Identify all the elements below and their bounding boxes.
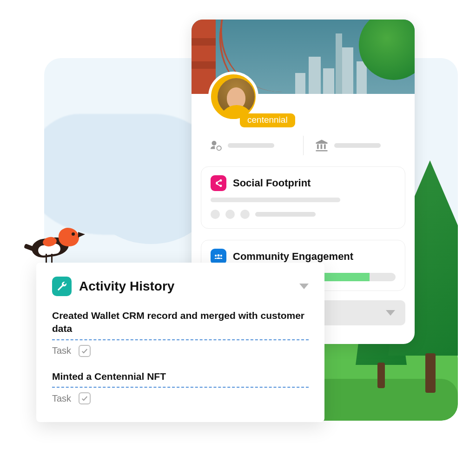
meta-institution (303, 136, 398, 155)
profile-meta-row (192, 136, 415, 155)
person-globe-icon (208, 139, 222, 152)
chevron-down-icon (386, 310, 395, 316)
profile-badge: centennial (240, 113, 295, 127)
placeholder-dot (211, 210, 220, 219)
placeholder-dot (240, 210, 250, 219)
task-checkbox[interactable] (79, 392, 91, 404)
placeholder-line (334, 143, 381, 148)
activity-history-card: Activity History Created Wallet CRM reco… (36, 263, 324, 422)
placeholder-line (211, 198, 340, 202)
community-icon (211, 249, 226, 264)
wrench-icon (52, 277, 72, 296)
history-item-type: Task (52, 345, 71, 356)
history-item-title: Created Wallet CRM record and merged wit… (52, 309, 309, 336)
placeholder-dot (225, 210, 235, 219)
share-icon (211, 175, 226, 191)
chevron-down-icon[interactable] (299, 284, 309, 289)
task-checkbox[interactable] (79, 345, 91, 357)
history-item[interactable]: Created Wallet CRM record and merged wit… (52, 309, 309, 357)
placeholder-line (255, 212, 316, 217)
history-item[interactable]: Minted a Centennial NFT Task (52, 370, 309, 404)
divider (52, 339, 309, 340)
panel-title: Community Engagement (233, 251, 353, 263)
social-footprint-panel[interactable]: Social Footprint (201, 166, 405, 229)
history-item-title: Minted a Centennial NFT (52, 370, 309, 383)
meta-globe (208, 136, 292, 155)
panel-title: Social Footprint (233, 177, 311, 189)
divider (52, 387, 309, 388)
institution-icon (315, 139, 329, 152)
placeholder-line (228, 143, 274, 148)
history-item-type: Task (52, 393, 71, 404)
activity-history-title: Activity History (79, 279, 174, 294)
